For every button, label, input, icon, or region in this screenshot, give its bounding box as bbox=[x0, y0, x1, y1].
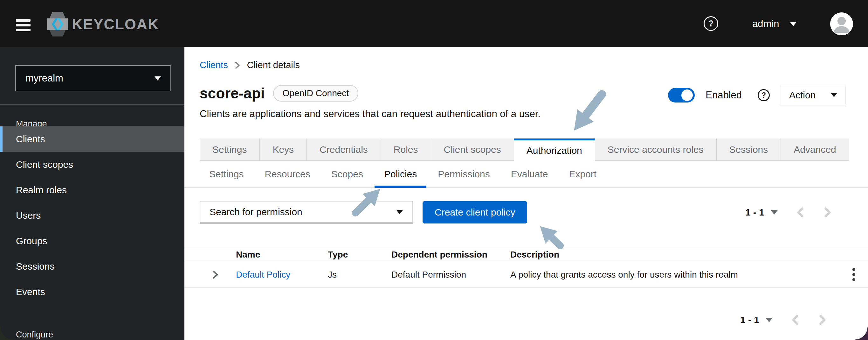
pagination-top: 1 - 1 bbox=[745, 201, 832, 224]
realm-selector[interactable]: myrealm bbox=[15, 65, 171, 91]
nav-toggle-hamburger-icon[interactable] bbox=[16, 19, 31, 31]
policies-toolbar: Search for permission Create client poli… bbox=[200, 201, 527, 224]
tab-client-scopes[interactable]: Client scopes bbox=[431, 139, 514, 161]
subtab-settings[interactable]: Settings bbox=[200, 161, 253, 188]
subtab-policies[interactable]: Policies bbox=[375, 161, 426, 188]
sidebar-nav: Clients Client scopes Realm roles Users … bbox=[0, 126, 184, 305]
action-label: Action bbox=[789, 90, 815, 101]
tab-sessions[interactable]: Sessions bbox=[716, 139, 781, 161]
breadcrumb: Clients Client details bbox=[200, 60, 300, 70]
search-placeholder: Search for permission bbox=[210, 207, 302, 218]
keycloak-logo-icon bbox=[47, 11, 68, 37]
chevron-right-icon bbox=[234, 61, 241, 70]
sidebar-divider bbox=[0, 105, 184, 105]
tab-roles[interactable]: Roles bbox=[380, 139, 431, 161]
client-controls: Enabled ? Action bbox=[668, 85, 846, 106]
tab-advanced[interactable]: Advanced bbox=[781, 139, 848, 161]
table-row: Default Policy Js Default Permission A p… bbox=[184, 262, 868, 287]
page-title: score-api bbox=[200, 85, 265, 102]
sidebar-item-client-scopes[interactable]: Client scopes bbox=[0, 152, 184, 177]
sidebar-item-events[interactable]: Events bbox=[0, 279, 184, 305]
previous-page-icon[interactable] bbox=[796, 206, 805, 219]
tab-service-accounts-roles[interactable]: Service accounts roles bbox=[595, 139, 716, 161]
avatar[interactable] bbox=[830, 12, 853, 35]
column-type: Type bbox=[328, 250, 392, 260]
chevron-down-icon bbox=[831, 93, 837, 97]
policy-name-link[interactable]: Default Policy bbox=[236, 270, 328, 280]
sidebar: myrealm Manage Clients Client scopes Rea… bbox=[0, 47, 184, 340]
help-icon[interactable]: ? bbox=[704, 16, 718, 31]
policy-type: Js bbox=[328, 270, 392, 280]
sidebar-item-clients[interactable]: Clients bbox=[0, 126, 184, 152]
subtab-scopes[interactable]: Scopes bbox=[322, 161, 373, 188]
client-tabs: Settings Keys Credentials Roles Client s… bbox=[200, 139, 849, 161]
next-page-icon[interactable] bbox=[823, 206, 832, 219]
policy-dependent-permission: Default Permission bbox=[392, 270, 510, 280]
enabled-toggle[interactable] bbox=[668, 88, 695, 103]
create-client-policy-button[interactable]: Create client policy bbox=[423, 201, 527, 224]
tab-credentials[interactable]: Credentials bbox=[307, 139, 380, 161]
sidebar-item-users[interactable]: Users bbox=[0, 203, 184, 228]
column-dependent-permission: Dependent permission bbox=[392, 250, 510, 260]
username: admin bbox=[752, 18, 779, 30]
enabled-label: Enabled bbox=[706, 89, 742, 101]
subtab-permissions[interactable]: Permissions bbox=[428, 161, 499, 188]
kebab-menu-icon[interactable] bbox=[852, 268, 855, 281]
subtab-resources[interactable]: Resources bbox=[255, 161, 319, 188]
expand-row-icon[interactable] bbox=[184, 270, 236, 280]
tab-keys[interactable]: Keys bbox=[259, 139, 307, 161]
policy-description: A policy that grants access only for use… bbox=[510, 270, 839, 280]
breadcrumb-current: Client details bbox=[247, 60, 300, 70]
authorization-subtabs: Settings Resources Scopes Policies Permi… bbox=[184, 161, 868, 188]
sidebar-item-groups[interactable]: Groups bbox=[0, 228, 184, 254]
table-header: Name Type Dependent permission Descripti… bbox=[184, 247, 868, 262]
subtab-export[interactable]: Export bbox=[559, 161, 606, 188]
sidebar-item-sessions[interactable]: Sessions bbox=[0, 254, 184, 279]
main-content: Clients Client details score-api OpenID … bbox=[184, 47, 868, 340]
tab-authorization[interactable]: Authorization bbox=[514, 139, 595, 161]
column-description: Description bbox=[510, 250, 839, 260]
next-page-icon[interactable] bbox=[818, 314, 827, 326]
sidebar-item-realm-roles[interactable]: Realm roles bbox=[0, 177, 184, 203]
realm-name: myrealm bbox=[25, 73, 63, 84]
user-dropdown[interactable]: admin bbox=[752, 17, 797, 31]
pagination-range: 1 - 1 bbox=[745, 207, 764, 218]
toggle-knob bbox=[681, 89, 693, 101]
breadcrumb-clients-link[interactable]: Clients bbox=[200, 60, 228, 70]
nav-section-configure: Configure bbox=[16, 330, 53, 340]
pagination-range: 1 - 1 bbox=[740, 314, 759, 325]
subtab-evaluate[interactable]: Evaluate bbox=[501, 161, 558, 188]
previous-page-icon[interactable] bbox=[790, 314, 800, 326]
chevron-down-icon bbox=[155, 77, 161, 81]
column-name: Name bbox=[236, 250, 328, 260]
masthead: KEYCLOAK ? admin bbox=[0, 0, 868, 47]
protocol-badge: OpenID Connect bbox=[273, 85, 359, 102]
keycloak-logo: KEYCLOAK bbox=[47, 11, 159, 37]
chevron-down-icon bbox=[397, 210, 403, 214]
client-header: score-api OpenID Connect bbox=[200, 85, 358, 102]
tab-settings[interactable]: Settings bbox=[200, 139, 259, 161]
help-icon[interactable]: ? bbox=[758, 89, 770, 101]
chevron-down-icon[interactable] bbox=[771, 210, 778, 215]
keycloak-admin-console: KEYCLOAK ? admin myrealm Manage Clients … bbox=[0, 0, 868, 340]
action-dropdown[interactable]: Action bbox=[781, 85, 846, 105]
search-input[interactable]: Search for permission bbox=[200, 201, 413, 224]
client-description: Clients are applications and services th… bbox=[200, 108, 540, 120]
pagination-bottom: 1 - 1 bbox=[740, 309, 827, 331]
chevron-down-icon bbox=[790, 22, 797, 26]
policies-table: Name Type Dependent permission Descripti… bbox=[184, 247, 868, 287]
brand-text: KEYCLOAK bbox=[72, 16, 159, 33]
chevron-down-icon[interactable] bbox=[766, 318, 773, 322]
